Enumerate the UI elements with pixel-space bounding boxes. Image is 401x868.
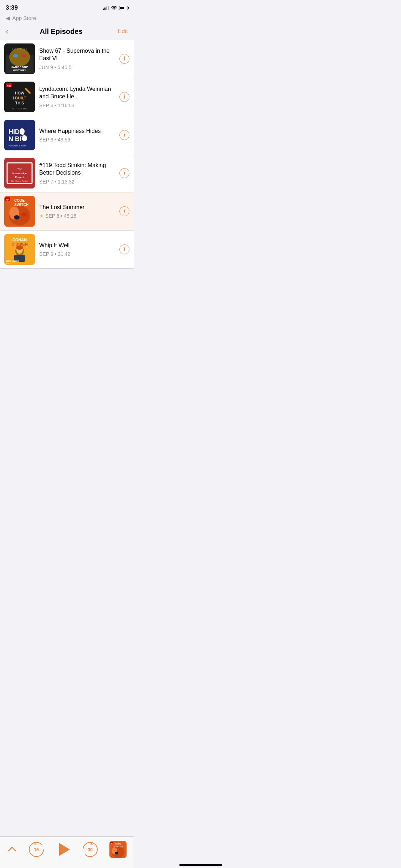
episode-meta: JUN 9 • 5:45:51	[39, 64, 116, 70]
svg-text:npr: npr	[6, 198, 10, 201]
episode-item[interactable]: HIDD N BR HIDDEN BRAIN Where Happiness H…	[0, 116, 134, 154]
svg-text:DAN CARLIN'S: DAN CARLIN'S	[12, 48, 27, 50]
svg-point-35	[14, 215, 20, 219]
episode-title: Show 67 - Supernova in the East VI	[39, 47, 116, 62]
episode-info: Show 67 - Supernova in the East VI JUN 9…	[39, 47, 116, 70]
svg-text:SW!TCH: SW!TCH	[14, 203, 29, 207]
svg-point-4	[13, 54, 18, 57]
svg-text:CODE: CODE	[14, 198, 25, 202]
info-button[interactable]: i	[119, 92, 129, 102]
svg-text:Project: Project	[15, 176, 24, 179]
info-button[interactable]: i	[119, 130, 129, 140]
svg-point-5	[21, 54, 27, 57]
svg-text:CONAN: CONAN	[12, 238, 27, 242]
battery-icon	[119, 6, 128, 10]
svg-text:HOW: HOW	[15, 91, 25, 95]
episode-item[interactable]: The Knowledge Project with Shane Parrish…	[0, 154, 134, 192]
episode-title: The Lost Summer	[39, 204, 116, 211]
episode-title: Whip It Well	[39, 242, 116, 249]
episode-list: DAN CARLIN'S HARDCORE HISTORY Show 67 - …	[0, 40, 134, 269]
svg-line-22	[22, 135, 25, 135]
svg-text:I BUILT: I BUILT	[13, 96, 26, 100]
episode-date: JUN 9 • 5:45:51	[39, 64, 74, 70]
svg-text:TEAMCOCO: TEAMCOCO	[6, 263, 13, 264]
info-button[interactable]: i	[119, 206, 129, 216]
info-button[interactable]: i	[119, 168, 129, 178]
episode-meta: SEP 9 • 21:42	[39, 251, 116, 257]
episode-date: SEP 7 • 1:13:32	[39, 179, 74, 185]
svg-point-21	[22, 135, 27, 141]
page-title: All Episodes	[9, 27, 114, 36]
svg-text:N BR: N BR	[9, 135, 24, 143]
episode-info: Where Happiness Hides SEP 6 • 49:56	[39, 128, 116, 143]
status-bar: 3:39	[0, 0, 134, 14]
edit-button[interactable]: Edit	[114, 28, 128, 35]
episode-item[interactable]: CONAN O'BRIEN NEEDS A FRIEND TEAMCOCO Wh…	[0, 231, 134, 269]
svg-point-20	[20, 128, 25, 135]
svg-text:THIS: THIS	[15, 101, 24, 105]
status-time: 3:39	[6, 4, 18, 11]
episode-title: Lynda.com: Lynda Weinman and Bruce He...	[39, 86, 116, 100]
wifi-icon	[111, 5, 117, 11]
svg-text:HISTORY: HISTORY	[13, 69, 26, 72]
podcast-artwork: npr npr CODE SW!TCH	[4, 196, 35, 227]
episode-meta: SEP 7 • 1:13:32	[39, 179, 116, 185]
episode-info: The Lost Summer ★ SEP 8 • 48:16	[39, 204, 116, 219]
episode-date: SEP 9 • 21:42	[39, 251, 70, 257]
svg-point-48	[16, 246, 23, 250]
svg-text:HARDCORE: HARDCORE	[11, 66, 28, 69]
svg-text:WITH GUY RAZ: WITH GUY RAZ	[12, 108, 27, 110]
episode-info: #119 Todd Simkin: Making Better Decision…	[39, 162, 116, 185]
episode-item[interactable]: DAN CARLIN'S HARDCORE HISTORY Show 67 - …	[0, 40, 134, 78]
episode-title: #119 Todd Simkin: Making Better Decision…	[39, 162, 116, 177]
podcast-artwork: npr HOW I BUILT THIS WITH GUY RAZ	[4, 82, 35, 112]
star-icon: ★	[39, 213, 44, 219]
signal-bars-icon	[103, 6, 109, 10]
svg-text:npr: npr	[7, 84, 11, 87]
svg-text:Knowledge: Knowledge	[12, 172, 27, 175]
podcast-artwork: DAN CARLIN'S HARDCORE HISTORY	[4, 43, 35, 74]
info-button[interactable]: i	[119, 244, 129, 254]
svg-text:NEEDS A FRIEND: NEEDS A FRIEND	[6, 260, 19, 262]
status-icons	[103, 5, 128, 11]
svg-point-34	[21, 211, 29, 222]
svg-text:HIDDEN BRAIN: HIDDEN BRAIN	[9, 144, 26, 147]
episode-meta: SEP 6 • 1:16:53	[39, 103, 116, 108]
episode-item[interactable]: npr npr CODE SW!TCH The Lost Summer ★ SE…	[0, 192, 134, 231]
episode-meta: ★ SEP 8 • 48:16	[39, 213, 116, 219]
back-nav: ◀ App Store	[0, 14, 134, 24]
episode-info: Lynda.com: Lynda Weinman and Bruce He...…	[39, 86, 116, 108]
podcast-artwork: HIDD N BR HIDDEN BRAIN	[4, 120, 35, 150]
episode-date: SEP 6 • 1:16:53	[39, 103, 74, 108]
svg-text:fs: fs	[11, 180, 13, 182]
episode-date: SEP 8 • 48:16	[45, 213, 76, 219]
podcast-artwork: CONAN O'BRIEN NEEDS A FRIEND TEAMCOCO	[4, 234, 35, 265]
back-arrow-icon: ◀	[6, 15, 10, 21]
svg-text:The: The	[17, 167, 22, 171]
svg-text:with Shane Parrish: with Shane Parrish	[11, 180, 28, 182]
podcast-artwork: The Knowledge Project with Shane Parrish…	[4, 158, 35, 188]
info-button[interactable]: i	[119, 54, 129, 64]
episode-item[interactable]: npr HOW I BUILT THIS WITH GUY RAZ Lynda.…	[0, 78, 134, 116]
page-header: ‹ All Episodes Edit	[0, 24, 134, 40]
episode-date: SEP 6 • 49:56	[39, 137, 70, 143]
episode-meta: SEP 6 • 49:56	[39, 137, 116, 143]
back-nav-label: App Store	[12, 15, 36, 21]
svg-point-3	[9, 48, 30, 66]
back-button[interactable]: ‹	[6, 27, 9, 36]
svg-point-36	[21, 213, 26, 216]
episode-title: Where Happiness Hides	[39, 128, 116, 135]
svg-point-0	[114, 9, 115, 10]
episode-info: Whip It Well SEP 9 • 21:42	[39, 242, 116, 257]
